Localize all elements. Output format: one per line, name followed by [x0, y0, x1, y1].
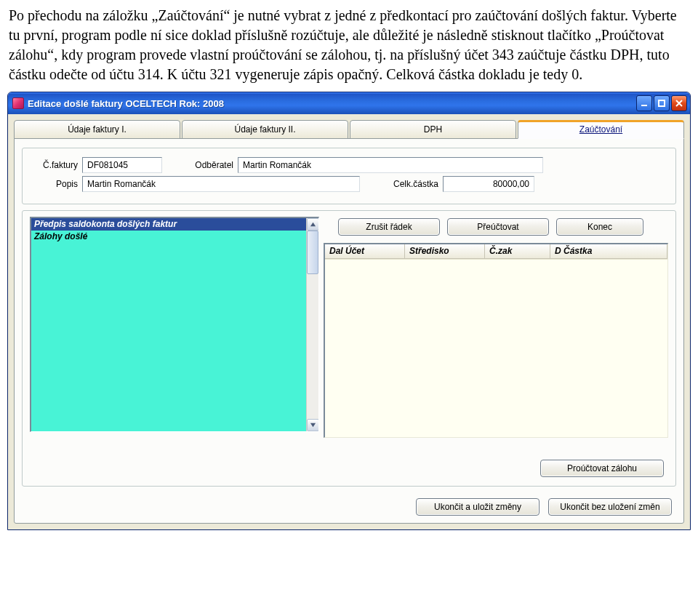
tab-zauctovani[interactable]: Zaúčtování: [518, 120, 684, 139]
grid-body[interactable]: [325, 259, 667, 437]
window-buttons: [636, 95, 687, 111]
footer-buttons: Ukončit a uložit změny Ukončit bez ulože…: [22, 498, 676, 516]
accounting-grid[interactable]: Dal Účet Středisko Č.zak D Částka: [324, 243, 668, 438]
label-cfaktury: Č.faktury: [30, 160, 78, 170]
field-cfaktury: DF081045: [82, 157, 162, 173]
col-stredisko[interactable]: Středisko: [405, 244, 485, 259]
action-buttons: Zrušit řádek Přeúčtovat Konec: [324, 217, 668, 240]
scroll-thumb[interactable]: [307, 231, 318, 274]
app-window: Editace došlé faktury OCELTECH Rok: 2008…: [7, 92, 691, 530]
tab-panel: Č.faktury DF081045 Odběratel Martin Roma…: [14, 138, 684, 524]
tab-strip: Údaje faktury I. Údaje faktury II. DPH Z…: [14, 120, 684, 139]
save-button[interactable]: Ukončit a uložit změny: [416, 498, 539, 516]
header-group: Č.faktury DF081045 Odběratel Martin Roma…: [22, 148, 676, 204]
field-popis: Martin Romančák: [82, 176, 360, 192]
window-body: Údaje faktury I. Údaje faktury II. DPH Z…: [8, 114, 690, 529]
scroll-down-icon[interactable]: [307, 419, 319, 431]
label-popis: Popis: [30, 179, 78, 189]
konec-button[interactable]: Konec: [556, 218, 643, 236]
label-odberatel: Odběratel: [182, 160, 233, 170]
tab-udaje2[interactable]: Údaje faktury II.: [182, 120, 348, 139]
tab-dph[interactable]: DPH: [350, 120, 516, 139]
list-item[interactable]: Předpis saldokonta došlých faktur: [31, 218, 318, 231]
scrollbar[interactable]: [306, 218, 318, 431]
cancel-button[interactable]: Ukončit bez uložení změn: [548, 498, 672, 516]
predkontace-listbox[interactable]: Předpis saldokonta došlých faktur Zálohy…: [30, 217, 319, 432]
svg-rect-0: [641, 105, 647, 106]
label-celkcastka: Celk.částka: [380, 179, 438, 189]
list-item[interactable]: Zálohy došlé: [31, 231, 318, 243]
preuctovat-button[interactable]: Přeúčtovat: [447, 218, 549, 236]
field-celkcastka: 80000,00: [443, 176, 534, 192]
tab-udaje1[interactable]: Údaje faktury I.: [14, 120, 180, 139]
maximize-button[interactable]: [654, 95, 670, 111]
zrusit-radek-button[interactable]: Zrušit řádek: [338, 218, 440, 236]
instruction-paragraph: Po přechodu na záložku „Zaúčtování“ je n…: [0, 0, 698, 89]
main-group: Předpis saldokonta došlých faktur Zálohy…: [22, 210, 676, 487]
scroll-up-icon[interactable]: [307, 218, 319, 231]
col-czak[interactable]: Č.zak: [485, 244, 550, 259]
field-odberatel: Martin Romančák: [238, 157, 543, 173]
titlebar[interactable]: Editace došlé faktury OCELTECH Rok: 2008: [8, 92, 690, 114]
svg-rect-1: [659, 100, 665, 106]
close-button[interactable]: [671, 95, 687, 111]
minimize-button[interactable]: [636, 95, 652, 111]
col-dal-ucet[interactable]: Dal Účet: [325, 244, 405, 259]
col-d-castka[interactable]: D Částka: [550, 244, 667, 259]
app-icon: [12, 97, 24, 109]
grid-header: Dal Účet Středisko Č.zak D Částka: [325, 244, 667, 259]
prouctovat-zalohu-button[interactable]: Proúčtovat zálohu: [540, 460, 664, 477]
window-title: Editace došlé faktury OCELTECH Rok: 2008: [28, 98, 636, 109]
